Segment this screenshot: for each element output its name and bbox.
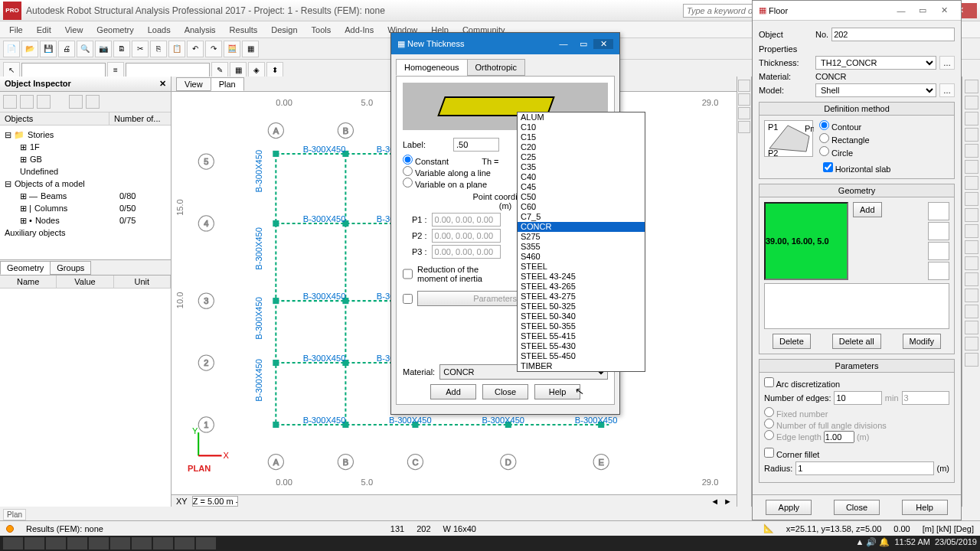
scroll-left-icon[interactable]: ◄ [710, 497, 719, 506]
fr-icon[interactable] [965, 272, 978, 286]
tree-columns[interactable]: Columns [34, 202, 67, 214]
preview-icon[interactable]: 🔍 [77, 41, 93, 57]
geom-mini-icon[interactable] [928, 242, 949, 260]
model-select[interactable]: Shell [815, 83, 936, 97]
mat-item[interactable]: STEEL 50-325 [518, 302, 645, 311]
mat-item[interactable]: STEEL 55-450 [518, 351, 645, 361]
filter-objects-icon[interactable] [3, 95, 17, 109]
p2-input[interactable] [432, 229, 501, 243]
redo-icon[interactable]: ↷ [205, 41, 222, 57]
tb-icon[interactable] [67, 537, 87, 549]
tb-icon[interactable] [196, 537, 216, 549]
fr-icon[interactable] [965, 353, 978, 367]
scroll-right-icon[interactable]: ► [724, 497, 732, 506]
paste-icon[interactable]: 📋 [168, 41, 185, 57]
mat-item[interactable]: C50 [518, 192, 645, 202]
mat-item[interactable]: C20 [518, 142, 645, 152]
new-icon[interactable]: 📄 [3, 41, 20, 57]
horiz-slab-check[interactable]: Horizontal slab [764, 162, 949, 174]
thick-close-button[interactable]: Close [482, 384, 528, 399]
menu-view[interactable]: View [59, 24, 90, 36]
mat-item[interactable]: STEEL [518, 262, 645, 272]
object-tree[interactable]: ⊟ 📁 Stories ⊞ 1F ⊞ GB Undefined ⊟ Object… [0, 126, 171, 259]
mat-item[interactable]: STEEL 43-265 [518, 282, 645, 292]
fr-icon[interactable] [965, 208, 978, 222]
funnel-icon[interactable] [20, 95, 34, 109]
open-icon[interactable]: 📂 [21, 41, 38, 57]
start-icon[interactable] [3, 537, 23, 549]
tab-groups[interactable]: Groups [50, 261, 91, 275]
fr-icon[interactable] [965, 160, 978, 174]
inspector-close-icon[interactable]: ✕ [159, 79, 166, 89]
fr-icon[interactable] [965, 337, 978, 350]
mat-item[interactable]: C40 [518, 172, 645, 182]
tb-icon[interactable] [46, 537, 66, 549]
thickness-select[interactable]: TH12_CONCR [815, 56, 936, 70]
tb-icon[interactable] [132, 537, 152, 549]
fr-icon[interactable] [965, 192, 978, 206]
tab-orthotropic[interactable]: Orthotropic [467, 59, 525, 76]
edge-len-radio[interactable]: Edge length (m) [764, 432, 869, 442]
radio-rectangle[interactable]: Rectangle [819, 133, 870, 145]
tb-icon[interactable] [110, 537, 130, 549]
tree-aux[interactable]: Auxiliary objects [5, 227, 65, 239]
fr-icon[interactable] [965, 112, 978, 126]
menu-file[interactable]: File [3, 24, 29, 36]
tree-nodes[interactable]: Nodes [35, 214, 60, 227]
tab-geometry[interactable]: Geometry [0, 261, 51, 275]
menu-geometry[interactable]: Geometry [90, 24, 139, 36]
menu-design[interactable]: Design [265, 24, 303, 36]
geometry-list[interactable] [764, 283, 949, 329]
mat-item[interactable]: C15 [518, 132, 645, 142]
delete-button[interactable]: Delete [773, 334, 811, 349]
p3-input[interactable] [432, 245, 501, 259]
info-sm-icon[interactable] [86, 95, 100, 109]
tab-homogeneous[interactable]: Homogeneous [396, 59, 468, 76]
save-icon[interactable]: 💾 [40, 41, 57, 57]
geometry-coord-input[interactable] [764, 202, 848, 280]
geom-mini-icon[interactable] [928, 262, 949, 280]
mat-item[interactable]: C25 [518, 152, 645, 162]
mat-item[interactable]: STEEL 55-430 [518, 341, 645, 351]
copy-icon[interactable]: ⎘ [150, 41, 167, 57]
help-button[interactable]: Help [902, 500, 948, 515]
mat-item[interactable]: STEEL 55-415 [518, 331, 645, 341]
table-icon[interactable]: ▦ [242, 41, 259, 57]
params-check[interactable] [403, 294, 413, 304]
thickness-browse-icon[interactable]: … [939, 56, 955, 70]
geom-mini-icon[interactable] [928, 222, 949, 240]
screenshot-icon[interactable]: 📷 [95, 41, 112, 57]
mat-item[interactable]: STEEL 43-275 [518, 292, 645, 302]
print-icon[interactable]: 🖨 [58, 41, 75, 57]
thick-help-button[interactable]: Help [534, 384, 580, 399]
fr-icon[interactable] [965, 240, 978, 254]
fr-icon[interactable] [965, 321, 978, 334]
tb-icon[interactable] [24, 537, 44, 549]
tab-view[interactable]: View [176, 77, 211, 91]
doc-icon[interactable]: 🗎 [113, 41, 130, 57]
fr-icon[interactable] [965, 128, 978, 142]
delete-all-button[interactable]: Delete all [832, 334, 881, 349]
modify-button[interactable]: Modify [903, 334, 941, 349]
menu-addins[interactable]: Add-Ins [338, 24, 380, 36]
tb-icon[interactable] [175, 537, 194, 549]
rt-icon[interactable] [738, 121, 750, 133]
thick-add-button[interactable]: Add [430, 384, 476, 399]
rt-icon[interactable] [738, 107, 750, 119]
fr-icon[interactable] [965, 96, 978, 109]
selection-field-2[interactable] [126, 63, 210, 78]
menu-tools[interactable]: Tools [305, 24, 338, 36]
mat-item[interactable]: STEEL 43-245 [518, 272, 645, 282]
plan-tab-label[interactable]: Plan [3, 509, 26, 520]
tb-icon[interactable] [89, 537, 109, 549]
apply-button[interactable]: Apply [766, 500, 812, 515]
rt-icon[interactable] [738, 93, 750, 106]
rt-icon[interactable] [738, 80, 750, 92]
tree-stories[interactable]: Stories [28, 129, 54, 141]
var-line-radio[interactable]: Variable along a line [403, 168, 491, 178]
tree-model-objects[interactable]: Objects of a model [15, 178, 85, 190]
radius-input[interactable] [795, 461, 933, 475]
fr-icon[interactable] [965, 256, 978, 270]
label-input[interactable] [453, 138, 499, 152]
tab-plan[interactable]: Plan [211, 77, 244, 91]
